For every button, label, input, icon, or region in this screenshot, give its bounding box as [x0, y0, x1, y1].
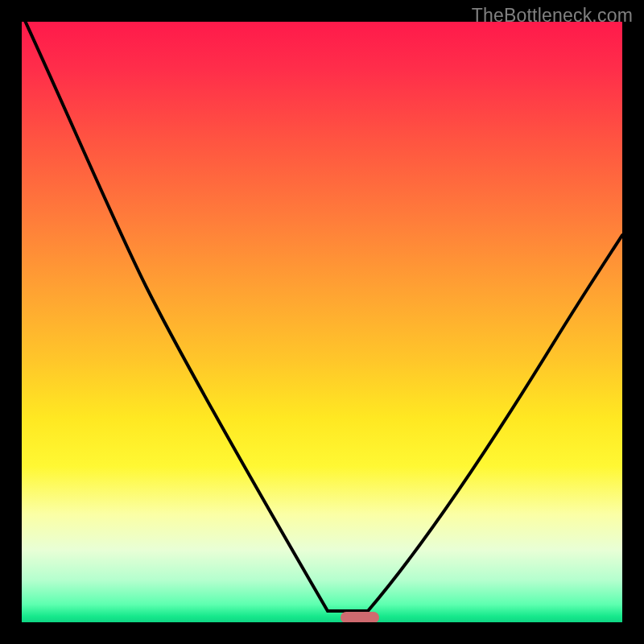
- watermark-text: TheBottleneck.com: [472, 5, 633, 27]
- curve-right: [368, 235, 622, 611]
- plot-area: [22, 22, 622, 622]
- optimal-marker: [341, 612, 379, 622]
- chart-frame: TheBottleneck.com: [0, 0, 644, 644]
- curve-left: [22, 22, 368, 611]
- bottleneck-curve: [22, 22, 622, 622]
